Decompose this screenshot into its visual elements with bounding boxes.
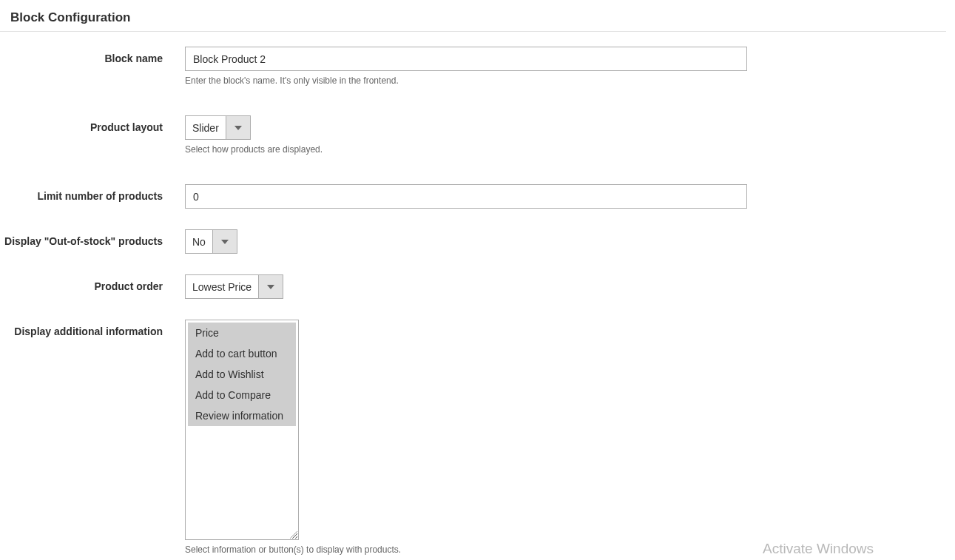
out-of-stock-select[interactable]: No [185,229,237,254]
row-additional-info: Display additional information Price Add… [0,320,955,555]
label-block-name: Block name [0,47,185,64]
chevron-down-icon [267,285,274,289]
limit-input[interactable] [185,184,747,209]
label-additional-info: Display additional information [0,320,185,337]
row-block-name: Block name Enter the block's name. It's … [0,47,955,86]
hint-additional-info: Select information or button(s) to displ… [185,544,777,555]
product-order-select[interactable]: Lowest Price [185,274,283,299]
chevron-down-icon [234,126,242,130]
row-out-of-stock: Display "Out-of-stock" products No [0,229,955,254]
product-layout-value: Slider [186,116,226,139]
product-layout-dropdown-button[interactable] [226,116,250,139]
label-product-order: Product order [0,274,185,292]
chevron-down-icon [221,240,229,244]
out-of-stock-value: No [186,230,212,253]
option-add-to-cart[interactable]: Add to cart button [188,343,296,364]
out-of-stock-dropdown-button[interactable] [212,230,237,253]
svg-line-0 [290,531,297,539]
row-product-order: Product order Lowest Price [0,274,955,299]
svg-line-1 [293,534,297,539]
option-add-to-compare[interactable]: Add to Compare [188,385,296,405]
additional-info-multiselect[interactable]: Price Add to cart button Add to Wishlist… [185,320,299,540]
label-product-layout: Product layout [0,115,185,133]
option-add-to-wishlist[interactable]: Add to Wishlist [188,364,296,385]
hint-product-layout: Select how products are displayed. [185,144,777,155]
option-price[interactable]: Price [188,323,296,343]
resize-handle-icon[interactable] [288,530,297,539]
option-review-info[interactable]: Review information [188,405,296,426]
section-heading: Block Configuration [0,0,946,32]
product-order-dropdown-button[interactable] [258,275,283,298]
block-name-input[interactable] [185,47,747,71]
product-layout-select[interactable]: Slider [185,115,251,140]
label-limit: Limit number of products [0,184,185,202]
hint-block-name: Enter the block's name. It's only visibl… [185,75,777,86]
row-product-layout: Product layout Slider Select how product… [0,115,955,155]
row-limit: Limit number of products [0,184,955,209]
svg-line-2 [296,537,297,539]
product-order-value: Lowest Price [186,275,258,298]
label-out-of-stock: Display "Out-of-stock" products [0,229,185,247]
